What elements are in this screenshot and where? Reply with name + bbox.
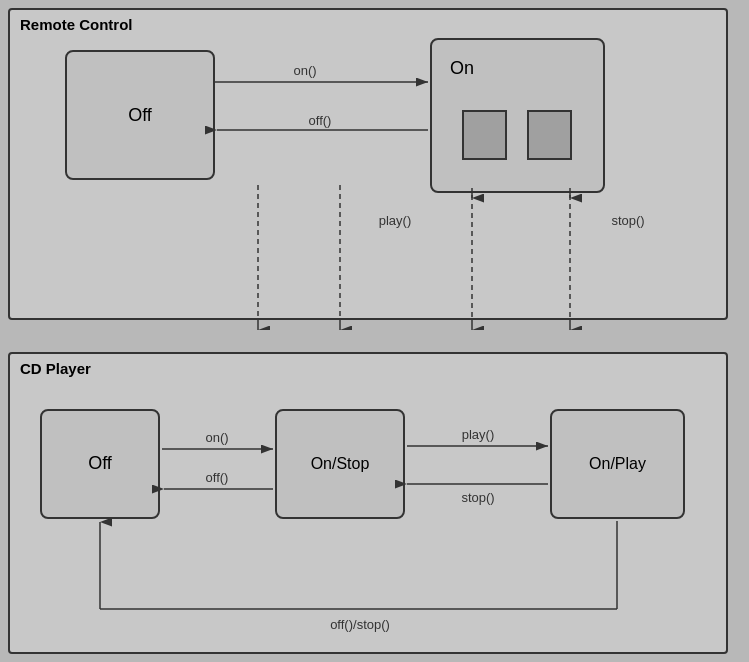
main-container: Remote Control Off On xyxy=(0,0,749,662)
rc-play-label: play() xyxy=(379,213,412,228)
cdp-offstop-label: off()/stop() xyxy=(330,617,390,632)
rc-stop-label: stop() xyxy=(611,213,644,228)
cd-player-diagram: CD Player Off On/Stop On/Play xyxy=(8,352,728,654)
cdp-arrows-svg: on() off() play() stop() off()/stop() xyxy=(10,354,730,662)
cdp-stop-label: stop() xyxy=(461,490,494,505)
cdp-on-label: on() xyxy=(205,430,228,445)
remote-control-diagram: Remote Control Off On xyxy=(8,8,728,320)
rc-off-arrow-label: off() xyxy=(309,113,332,128)
cdp-play-label: play() xyxy=(462,427,495,442)
rc-arrows-svg: on() off() play() stop() on() off() play… xyxy=(10,10,730,330)
cdp-off-label-arrow: off() xyxy=(206,470,229,485)
rc-on-arrow-label: on() xyxy=(293,63,316,78)
